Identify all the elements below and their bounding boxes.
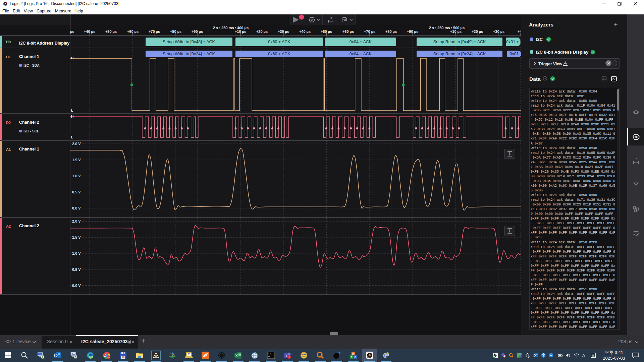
svg-text:1: 1 xyxy=(288,356,289,359)
svg-text:H: H xyxy=(352,353,354,355)
svg-text:F: F xyxy=(351,356,352,358)
svg-text:한: 한 xyxy=(592,354,595,357)
svg-text:3: 3 xyxy=(636,158,637,161)
svg-text:X: X xyxy=(235,354,237,358)
svg-text:A: A xyxy=(582,353,585,358)
svg-text:T: T xyxy=(285,354,287,358)
svg-text:Bug: Bug xyxy=(71,353,75,355)
svg-text:T: T xyxy=(188,353,190,356)
svg-text:CFG: CFG xyxy=(302,356,306,358)
svg-text:1F: 1F xyxy=(634,135,638,139)
svg-text:승혁: 승혁 xyxy=(107,357,110,358)
svg-text:C: C xyxy=(354,356,356,358)
svg-text:C:\: C:\ xyxy=(268,353,271,354)
